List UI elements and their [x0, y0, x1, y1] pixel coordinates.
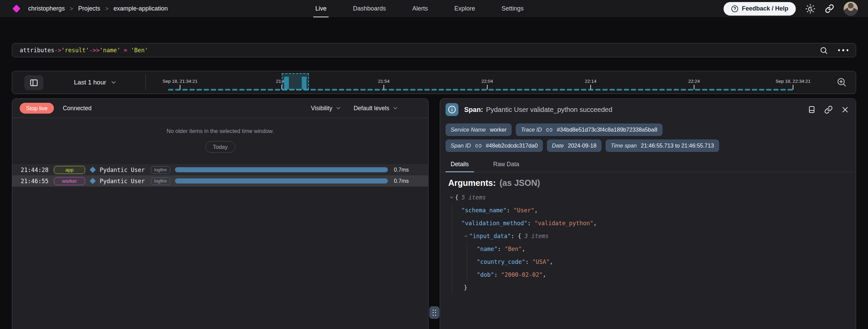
- span-name: Pydantic User: [100, 167, 145, 173]
- breadcrumb-project-name[interactable]: example-application: [114, 5, 168, 12]
- arguments-title: Arguments:: [448, 178, 496, 188]
- meta-label: Span ID: [451, 142, 471, 149]
- tab-alerts[interactable]: Alerts: [412, 0, 428, 17]
- json-item-count: 5 items: [461, 191, 486, 204]
- default-levels-label: Default levels: [354, 105, 389, 112]
- timeline-histogram-bar: [284, 77, 289, 89]
- navbar-actions: Feedback / Help: [724, 0, 858, 17]
- zoom-in-icon[interactable]: [836, 77, 847, 88]
- feedback-help-button[interactable]: Feedback / Help: [724, 2, 796, 16]
- logfire-logo[interactable]: [14, 6, 19, 12]
- sidebar-toggle-button[interactable]: [24, 75, 43, 90]
- close-icon[interactable]: [841, 106, 849, 114]
- meta-badge-trace-id[interactable]: Trace ID #34bd8e51d73c3f4c8a189b72338a5b…: [516, 123, 662, 136]
- default-levels-dropdown[interactable]: Default levels: [354, 105, 398, 112]
- timeline-activity-baseline[interactable]: [168, 89, 794, 91]
- tab-settings[interactable]: Settings: [501, 0, 524, 17]
- breadcrumb-projects[interactable]: Projects: [78, 5, 100, 12]
- panel-resize-handle[interactable]: [429, 306, 439, 319]
- meta-label: Time span: [611, 142, 637, 149]
- link-icon: [546, 127, 553, 133]
- grip-dots-icon: [433, 310, 436, 316]
- service-tag-worker: worker: [54, 177, 85, 185]
- breadcrumb: christophergs > Projects > example-appli…: [28, 5, 168, 12]
- live-view-panel: Stop live Connected Visibility Default l…: [12, 98, 429, 329]
- tab-dashboards[interactable]: Dashboards: [353, 0, 386, 17]
- span-row-selected[interactable]: 21:46:55 worker Pydantic User logfire 0.…: [12, 175, 428, 187]
- chevron-down-icon: [110, 79, 117, 86]
- nav-tabs: Live Dashboards Alerts Explore Settings: [315, 0, 524, 17]
- breadcrumb-org[interactable]: christophergs: [28, 5, 65, 12]
- empty-window-message: No older items in the selected time wind…: [12, 128, 428, 134]
- collapse-caret-icon[interactable]: [448, 195, 455, 200]
- span-list: 21:44:28 app Pydantic User logfire 0.7ms…: [12, 164, 428, 187]
- top-navbar: christophergs > Projects > example-appli…: [0, 0, 868, 18]
- span-row[interactable]: 21:44:28 app Pydantic User logfire 0.7ms: [12, 164, 428, 175]
- meta-value: 21:46:55.713 to 21:46:55.713: [641, 142, 714, 149]
- meta-badge-service-name: Service Name worker: [446, 123, 512, 136]
- json-line-expandable: "input_data": {3 items: [448, 230, 848, 243]
- tab-live[interactable]: Live: [315, 0, 327, 17]
- tab-details[interactable]: Details: [446, 158, 474, 172]
- visibility-label: Visibility: [311, 105, 332, 112]
- span-time: 21:44:28: [21, 167, 51, 173]
- query-segment: 'result': [61, 47, 89, 54]
- scope-badge: logfire: [151, 177, 170, 185]
- query-segment: ->>: [89, 47, 100, 54]
- meta-value: #34bd8e51d73c3f4c8a189b72338a5ba8: [557, 127, 657, 133]
- theme-toggle-icon[interactable]: [805, 4, 815, 14]
- span-detail-panel: Span: Pydantic User validate_python succ…: [440, 98, 856, 329]
- divider: [145, 75, 146, 90]
- timeline-histogram-bar: [302, 77, 307, 89]
- json-line: "name": "Ben",: [448, 243, 848, 255]
- detail-tabs: Details Raw Data: [440, 158, 856, 172]
- time-range-dropdown[interactable]: Last 1 hour: [74, 71, 117, 94]
- help-circle-icon: [731, 5, 738, 13]
- time-range-label: Last 1 hour: [74, 79, 106, 86]
- span-diamond-icon: [90, 167, 96, 173]
- meta-value: 2024-09-18: [568, 142, 596, 149]
- arguments-json-tree: {5 items "schema_name": "User", "validat…: [448, 191, 848, 294]
- span-time: 21:46:55: [21, 178, 51, 185]
- timeline-selection-window[interactable]: [282, 73, 309, 90]
- span-diamond-icon: [90, 178, 96, 184]
- live-panel-header: Stop live Connected Visibility Default l…: [12, 99, 428, 118]
- json-line: "dob": "2000-02-02",: [448, 268, 848, 281]
- detail-header-actions: [808, 105, 849, 114]
- info-icon: [446, 103, 458, 116]
- collapse-caret-icon[interactable]: [462, 234, 469, 238]
- share-link-icon[interactable]: [825, 4, 834, 13]
- query-input[interactable]: attributes->'result'->>'name' = 'Ben': [20, 47, 148, 54]
- json-line: "country_code": "USA",: [448, 255, 848, 268]
- link-icon: [475, 142, 482, 149]
- today-button[interactable]: Today: [205, 141, 235, 153]
- meta-label: Service Name: [451, 127, 486, 133]
- json-item-count: 3 items: [525, 230, 549, 243]
- copy-link-icon[interactable]: [824, 105, 833, 114]
- service-tag-app: app: [54, 166, 85, 174]
- span-detail-header: Span: Pydantic User validate_python succ…: [440, 99, 856, 119]
- tab-raw-data[interactable]: Raw Data: [488, 158, 525, 172]
- meta-badge-time-span: Time span 21:46:55.713 to 21:46:55.713: [606, 139, 719, 152]
- query-more-menu-icon[interactable]: [838, 49, 849, 51]
- stop-live-button[interactable]: Stop live: [20, 103, 54, 114]
- user-avatar[interactable]: [844, 2, 858, 16]
- query-segment: =: [120, 47, 131, 54]
- visibility-dropdown[interactable]: Visibility: [311, 105, 341, 112]
- search-icon[interactable]: [820, 46, 828, 55]
- time-range-bar: Last 1 hour Sep 18, 21:34:21 21:44 21:54…: [12, 71, 856, 94]
- json-line: "schema_name": "User",: [448, 204, 848, 217]
- breadcrumb-separator: >: [70, 6, 73, 12]
- tab-explore[interactable]: Explore: [454, 0, 475, 17]
- json-root-line: {5 items: [448, 191, 848, 204]
- span-duration-label: 0.7ms: [394, 167, 409, 173]
- indent-guide: [452, 204, 452, 294]
- meta-badge-span-id[interactable]: Span ID #48eb2cdcdc317da0: [446, 139, 543, 152]
- arguments-suffix: (as JSON): [499, 178, 540, 188]
- query-segment: attributes: [20, 47, 54, 54]
- meta-label: Trace ID: [521, 127, 542, 133]
- indent-guide: [467, 243, 467, 281]
- feedback-help-label: Feedback / Help: [742, 5, 788, 12]
- dock-panel-icon[interactable]: [808, 105, 816, 114]
- query-segment: 'Ben': [131, 47, 148, 54]
